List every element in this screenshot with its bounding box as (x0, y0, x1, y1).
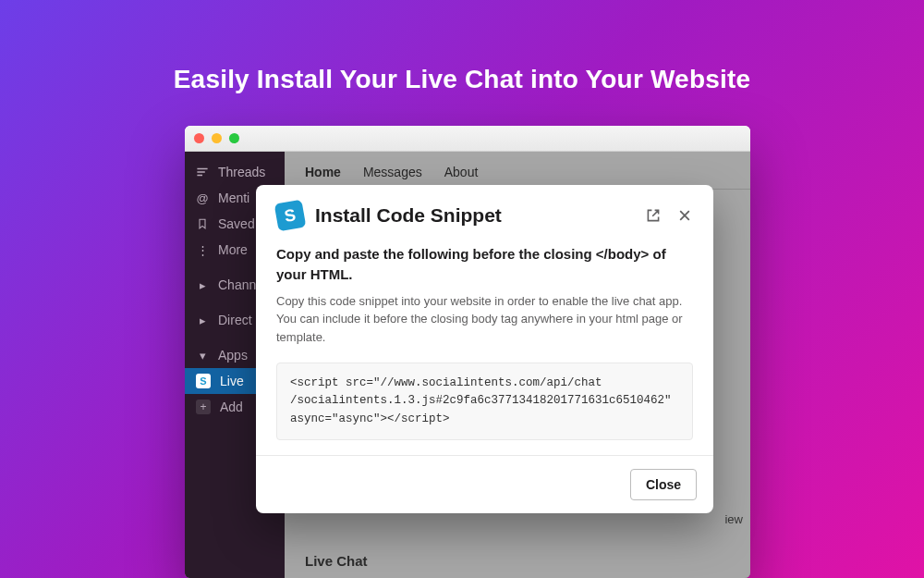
window-titlebar (185, 126, 750, 152)
install-snippet-modal: S Install Code Snippet Copy and paste th… (256, 185, 713, 513)
chevron-right-icon: ▸ (196, 278, 209, 291)
sidebar-item-label: More (218, 242, 248, 257)
traffic-light-minimize-icon[interactable] (212, 133, 222, 143)
sidebar-item-label: Apps (218, 348, 248, 363)
modal-body: Copy and paste the following before the … (256, 235, 713, 455)
bookmark-icon (196, 217, 209, 230)
app-icon: S (196, 374, 211, 388)
plus-icon: + (196, 400, 211, 414)
code-snippet[interactable]: <script src="//www.socialintents.com/api… (276, 363, 693, 440)
modal-title: Install Code Snippet (315, 204, 634, 227)
open-external-icon[interactable] (645, 207, 662, 224)
sidebar-item-label: Menti (218, 191, 249, 205)
close-button[interactable]: Close (630, 469, 697, 500)
more-icon: ⋮ (196, 243, 209, 256)
modal-actions (645, 207, 693, 224)
chevron-right-icon: ▸ (196, 314, 209, 326)
sidebar-item-threads[interactable]: Threads (185, 159, 285, 185)
sidebar-item-label: Threads (218, 165, 265, 179)
chevron-down-icon: ▾ (196, 349, 209, 362)
threads-icon (196, 166, 209, 178)
modal-description: Copy this code snippet into your website… (276, 292, 693, 347)
sidebar-item-label: Add (220, 400, 243, 414)
close-icon[interactable] (676, 207, 693, 224)
sidebar-item-label: Chann (218, 277, 256, 292)
at-icon: @ (196, 191, 209, 204)
modal-footer: Close (256, 455, 713, 513)
modal-heading: Copy and paste the following before the … (276, 244, 693, 285)
modal-header: S Install Code Snippet (256, 185, 713, 235)
app-logo-icon: S (274, 200, 307, 232)
traffic-light-close-icon[interactable] (194, 133, 204, 143)
traffic-light-zoom-icon[interactable] (229, 133, 239, 143)
sidebar-item-label: Direct (218, 313, 252, 327)
sidebar-item-label: Live (220, 374, 244, 388)
sidebar-item-label: Saved (218, 216, 255, 231)
page-title: Easily Install Your Live Chat into Your … (0, 0, 924, 94)
